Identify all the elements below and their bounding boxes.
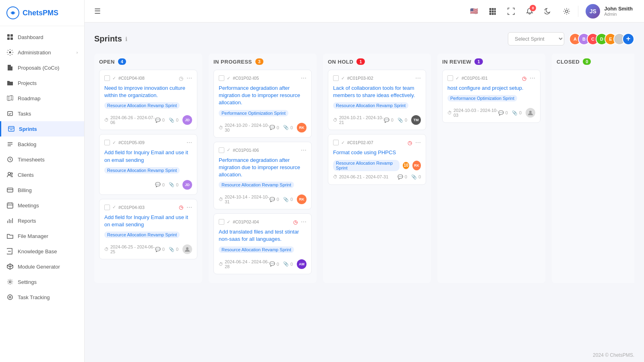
card-comments: 💬 0: [269, 197, 279, 202]
card-menu-icon[interactable]: ⋯: [301, 75, 306, 81]
card-menu-icon[interactable]: ⋯: [186, 75, 192, 81]
task-card[interactable]: ✓ #C01P02-I07 ◷ ⋯ Format code using PHPC…: [328, 134, 426, 184]
sidebar-item-proposals[interactable]: Proposals (CoCo): [0, 60, 84, 75]
task-card[interactable]: ✓ #C01P01-I01 ◷ ⋯ host configure and pro…: [442, 70, 540, 123]
card-id: #C01P04-I08: [118, 76, 145, 81]
sidebar-item-tasks[interactable]: Tasks: [0, 106, 84, 121]
card-footer-right: 💬 0 📎 0 RK: [269, 194, 306, 204]
card-footer: ⏱ 2024-06-26 - 2024-07-06 💬 0 📎 0 JD: [104, 115, 192, 125]
sidebar-item-clients[interactable]: Clients: [0, 167, 84, 182]
info-icon[interactable]: ℹ: [125, 36, 127, 42]
card-checkbox[interactable]: [447, 75, 453, 81]
flag-button[interactable]: 🇺🇸: [467, 4, 481, 19]
moon-icon: [545, 8, 552, 15]
card-attachments: 📎 0: [169, 118, 178, 123]
card-top-right: ◷ ⋯: [179, 75, 192, 81]
sidebar-item-projects[interactable]: Projects: [0, 75, 84, 91]
sidebar-item-administration[interactable]: Administration ›: [0, 45, 84, 60]
sidebar-item-knowledge-base[interactable]: Knowledge Base: [0, 244, 84, 259]
dark-mode-button[interactable]: [541, 4, 555, 19]
card-checkbox[interactable]: [333, 140, 339, 145]
apps-button[interactable]: [485, 4, 500, 19]
card-checkbox[interactable]: [333, 75, 339, 81]
card-top: ✓ #C01P04-I03 ◷ ⋯: [104, 204, 192, 211]
sidebar-item-reports[interactable]: Reports: [0, 213, 84, 228]
task-card[interactable]: ✓ #C01P01-I06 ⋯ Performance degradation …: [213, 142, 312, 210]
card-checkbox[interactable]: [104, 75, 110, 81]
card-title: Lack of collaboration tools for team mem…: [333, 85, 421, 99]
card-date: ⏱ 2024-06-24 - 2024-06-28: [219, 259, 269, 269]
attachment-icon: 📎: [169, 182, 174, 187]
column-inreview: IN REVIEW 1 ✓ #C01P01-I01 ◷ ⋯: [437, 54, 545, 283]
sidebar-item-meetings[interactable]: Meetings: [0, 198, 84, 213]
user-profile[interactable]: JS John Smith Admin: [582, 2, 636, 20]
hamburger-menu-button[interactable]: ☰: [93, 5, 102, 17]
card-tag[interactable]: Resource Allocation Revamp Sprint: [219, 182, 294, 188]
sidebar-item-timesheets[interactable]: Timesheets: [0, 152, 84, 167]
attachment-icon: 📎: [283, 261, 289, 267]
comment-icon: 💬: [155, 182, 161, 187]
sprint-select[interactable]: Select Sprint: [508, 32, 564, 46]
comment-icon: 💬: [269, 261, 275, 267]
card-checkbox[interactable]: [219, 75, 224, 81]
task-card[interactable]: ✓ #C01P05-I09 ⋯ Add field for Inquiry Em…: [99, 134, 197, 194]
card-menu-icon[interactable]: ⋯: [530, 75, 535, 81]
user-details: John Smith Admin: [604, 6, 633, 17]
card-tag[interactable]: Resource Allocation Revamp Sprint: [104, 102, 180, 109]
card-menu-icon[interactable]: ⋯: [301, 147, 306, 153]
card-menu-icon[interactable]: ⋯: [301, 219, 306, 225]
sidebar-item-dashboard[interactable]: Dashboard: [0, 29, 84, 45]
sidebar-item-billing[interactable]: Billing: [0, 182, 84, 198]
card-menu-icon[interactable]: ⋯: [415, 139, 421, 146]
card-menu-icon[interactable]: ⋯: [186, 204, 192, 211]
card-menu-icon[interactable]: ⋯: [186, 139, 192, 146]
gear-icon: [6, 278, 14, 285]
grid-icon: [6, 33, 14, 41]
card-tag[interactable]: Performance Optimization Sprint: [447, 95, 517, 101]
card-tag[interactable]: Resource Allocation Revamp Sprint: [219, 246, 294, 253]
sidebar-item-task-tracking[interactable]: Task Tracking: [0, 290, 84, 305]
svg-point-16: [9, 296, 11, 298]
fullscreen-button[interactable]: [504, 4, 518, 19]
folder-icon: [6, 79, 14, 87]
card-checkbox[interactable]: [219, 219, 224, 225]
attachment-icon: 📎: [283, 197, 289, 202]
sidebar-item-backlog[interactable]: Backlog: [0, 137, 84, 152]
card-checkbox[interactable]: [104, 205, 110, 210]
card-checkbox[interactable]: [104, 140, 110, 145]
sidebar-item-label: Settings: [18, 279, 78, 285]
sidebar-item-settings[interactable]: Settings: [0, 274, 84, 290]
cube-icon: [6, 263, 14, 270]
task-card[interactable]: ✓ #C01P02-I05 ⋯ Performance degradation …: [213, 70, 312, 138]
card-top-right: ⋯: [415, 75, 421, 81]
attachment-icon: 📎: [512, 110, 518, 116]
svg-rect-8: [8, 126, 14, 131]
version-icon: ✓: [112, 140, 116, 145]
card-footer-right: 💬 0 📎 0: [155, 244, 192, 254]
card-tag[interactable]: Resource Allocation Revamp Sprint: [333, 102, 408, 109]
sidebar-item-file-manager[interactable]: File Manager: [0, 228, 84, 244]
sidebar-item-module-generator[interactable]: Module Generator: [0, 259, 84, 274]
card-tag[interactable]: Performance Optimization Sprint: [219, 110, 288, 116]
card-tag[interactable]: Resource Allocation Revamp Sprint: [104, 167, 180, 174]
task-card[interactable]: ✓ #C01P04-I03 ◷ ⋯ Add field for Inquiry …: [99, 199, 197, 259]
column-title: CLOSED: [557, 59, 580, 65]
sidebar-item-sprints[interactable]: Sprints: [0, 121, 84, 137]
sidebar-item-roadmap[interactable]: Roadmap: [0, 91, 84, 106]
settings-button[interactable]: [559, 4, 574, 19]
card-checkbox[interactable]: [219, 147, 224, 153]
card-id: #C01P02-I04: [233, 219, 259, 224]
header-right: Select Sprint A B C D E +: [508, 32, 634, 46]
card-menu-icon[interactable]: ⋯: [415, 75, 421, 81]
task-card[interactable]: ✓ #C01P03-I02 ⋯ Lack of collaboration to…: [328, 70, 426, 130]
card-title: Add translated files and test stintar no…: [219, 228, 306, 243]
card-id: #C01P01-I06: [233, 148, 259, 153]
notifications-button[interactable]: 0: [522, 4, 537, 19]
card-title: Add field for Inquiry Email and use it o…: [104, 214, 192, 228]
card-tag[interactable]: Resource Allocation Revamp Sprint: [333, 160, 400, 171]
task-card[interactable]: ✓ #C01P02-I04 ◷ ⋯ Add translated files a…: [213, 213, 312, 274]
card-tag[interactable]: Resource Allocation Revamp Sprint: [104, 232, 180, 238]
task-card[interactable]: ✓ #C01P04-I08 ◷ ⋯ Need to improve innova…: [99, 70, 197, 130]
card-title: Performance degradation after migration …: [219, 157, 306, 179]
add-member-button[interactable]: +: [622, 33, 634, 45]
